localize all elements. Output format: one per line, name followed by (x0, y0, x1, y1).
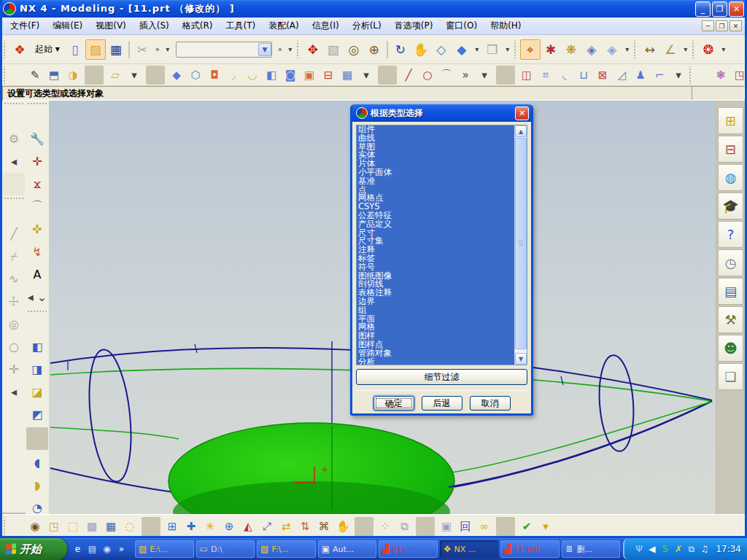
dialog-close-button[interactable]: ✕ (515, 106, 529, 120)
measure-caret[interactable]: ▾ (681, 39, 691, 60)
fit-view-icon[interactable]: ✥ (303, 39, 323, 60)
type-list-item[interactable]: 组件 (358, 125, 514, 134)
trim-icon[interactable]: ◧ (262, 66, 281, 85)
replace-component-icon[interactable]: ⇄ (276, 517, 295, 536)
material-icon[interactable]: ◈ (581, 39, 602, 60)
tray-editor-icon[interactable]: Ψ (633, 544, 644, 554)
back-button[interactable]: 后退 (422, 396, 462, 411)
draft-icon[interactable]: ◿ (612, 66, 631, 85)
nx-logo-icon[interactable]: ❖ (9, 39, 30, 60)
scene-caret[interactable]: ▾ (719, 39, 729, 60)
help-icon[interactable]: ? (718, 221, 743, 248)
chevron-down-icon[interactable]: ▼ (258, 43, 271, 56)
type-list-item[interactable]: 网格 (358, 323, 514, 332)
collapse-left-icon[interactable]: ◂ (3, 150, 25, 173)
assembly-navigator-icon[interactable]: ⊞ (718, 107, 743, 134)
toolbar-options-caret[interactable]: ▾ (163, 39, 173, 60)
promote-body-icon[interactable]: ⇅ (295, 517, 314, 536)
manipulator-icon[interactable]: ⚙ (3, 128, 25, 150)
wireframe-view-icon[interactable]: ❒ (482, 39, 503, 60)
scroll-up-icon[interactable]: ▲ (515, 125, 527, 137)
tube-icon[interactable]: ⊔ (574, 66, 593, 85)
sequence-icon[interactable]: ⧉ (395, 517, 414, 536)
start-menu-button[interactable]: 起始 ▾ (30, 39, 65, 60)
curve-caret[interactable]: ▾ (475, 66, 494, 85)
menu-item[interactable]: 视图(V) (89, 18, 133, 34)
visualization-palette-icon[interactable]: ❋ (561, 39, 581, 60)
snap-center-icon[interactable]: ◎ (3, 313, 25, 335)
spline-icon[interactable]: ϫ (26, 173, 48, 195)
styled-sweep-icon[interactable]: ◖ (26, 451, 48, 474)
n-sided-surface-icon[interactable]: ◩ (26, 403, 48, 426)
groove-icon[interactable]: ⊟ (319, 66, 338, 85)
list-scrollbar[interactable]: ▲ ▼ (514, 125, 527, 365)
circle-icon[interactable]: ○ (418, 66, 437, 85)
point-icon[interactable]: ✛ (26, 150, 48, 173)
selection-scope-combobox[interactable]: ▼ (176, 42, 272, 58)
type-list-item[interactable]: 曲线 (358, 134, 514, 143)
measure-distance-icon[interactable]: ↔ (640, 39, 660, 60)
snap-point-icon[interactable]: ✛ (3, 358, 25, 381)
type-list-item[interactable]: 表格注释 (358, 289, 514, 298)
part-navigator-icon[interactable]: ⊟ (718, 136, 743, 163)
collapse-left-icon[interactable]: ◂ (3, 381, 25, 403)
substitute-icon[interactable]: ✋ (333, 517, 352, 536)
system-tools-icon[interactable]: ⚒ (718, 306, 743, 333)
extrude-icon[interactable]: ⬒ (44, 66, 63, 85)
tutorials-icon[interactable]: 🎓 (718, 192, 743, 219)
menu-item[interactable]: 编辑(E) (46, 18, 89, 34)
zoom-box-icon[interactable]: ▧ (323, 39, 344, 60)
task-nx[interactable]: ❖ NX ... (440, 540, 499, 558)
quick-launch-overflow[interactable]: » (115, 543, 128, 556)
tray-collapse-icon[interactable]: ◀ (646, 544, 657, 554)
material-alt-icon[interactable]: ◈ (602, 39, 622, 60)
ruled-surface-icon[interactable]: ◗ (26, 474, 48, 497)
wave-geometry-icon[interactable]: ⌗ (536, 66, 555, 85)
type-list-item[interactable]: 基准 (358, 177, 514, 186)
task-autocad[interactable]: ▣ Aut... (318, 540, 377, 558)
toolbar-options-caret[interactable]: ▾ (285, 39, 295, 60)
datum-caret[interactable]: ▾ (125, 66, 144, 85)
detail-filter-button[interactable]: 细节过滤 (356, 369, 527, 385)
pattern-component-icon[interactable]: ✳ (201, 517, 220, 536)
type-list-item[interactable]: 组 (358, 306, 514, 315)
show-desktop-icon[interactable]: ▤ (86, 543, 98, 556)
select-components-icon[interactable]: ⬚ (63, 517, 82, 536)
block-icon[interactable]: ◆ (167, 66, 186, 85)
toolbar-overflow-chevron[interactable]: » (275, 39, 285, 60)
minimize-button[interactable]: _ (695, 1, 711, 17)
roles-icon[interactable]: ▤ (718, 278, 743, 305)
add-component-icon[interactable]: ⊞ (163, 517, 182, 536)
menu-item[interactable]: 分析(L) (346, 18, 388, 34)
save-icon[interactable]: ▦ (106, 39, 126, 60)
menu-item[interactable]: 插入(S) (133, 18, 176, 34)
mdi-minimize-button[interactable]: ─ (702, 20, 714, 31)
sphere-icon[interactable]: ⬡ (186, 66, 205, 85)
save-context-icon[interactable]: ▦ (101, 517, 120, 536)
new-file-icon[interactable]: ▯ (65, 39, 85, 60)
type-list-item[interactable]: 注释 (358, 246, 514, 254)
tray-antivirus-icon[interactable]: S (659, 544, 670, 554)
menu-item[interactable]: 工具(T) (219, 18, 262, 34)
task-notepad[interactable]: 🗎 删... (562, 540, 621, 558)
cut-icon[interactable]: ✂ (132, 39, 152, 60)
type-list-item[interactable]: 边界 (358, 298, 514, 306)
type-list-item[interactable]: 尺寸集 (358, 237, 514, 246)
pattern-icon[interactable]: ▦ (338, 66, 357, 85)
pan-icon[interactable]: ✋ (411, 39, 431, 60)
web-browser-icon[interactable]: ◍ (718, 164, 743, 191)
mirror-assembly-icon[interactable]: ◭ (239, 517, 258, 536)
restore-button[interactable]: ❐ (712, 1, 727, 17)
snap-quadrant-icon[interactable]: ☩ (3, 290, 25, 313)
line-icon[interactable]: ╱ (399, 66, 418, 85)
zoom-in-out-icon[interactable]: ⊕ (364, 39, 384, 60)
task-explorer-f[interactable]: ▨ F:\... (257, 540, 316, 558)
through-curves-icon[interactable]: ◧ (26, 335, 48, 358)
tray-volume-icon[interactable]: ♫ (699, 544, 710, 554)
close-button[interactable]: ✕ (729, 1, 744, 17)
scene-colors-icon[interactable]: ❂ (698, 39, 719, 60)
sketch-icon[interactable]: ✎ (26, 66, 44, 85)
snap-mid-point-icon[interactable]: ⌿ (3, 245, 25, 268)
assembly-caret[interactable]: ▾ (536, 517, 555, 536)
text-icon[interactable]: A (26, 263, 48, 286)
